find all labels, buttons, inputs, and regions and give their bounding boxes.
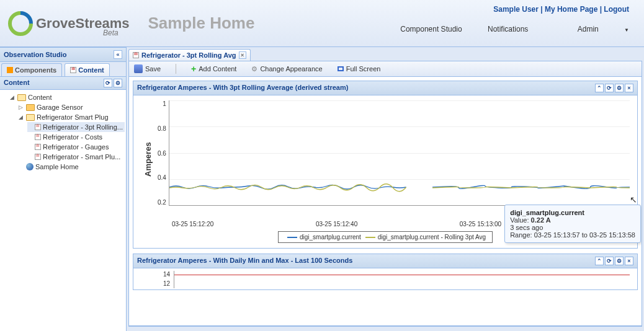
tree-item-costs[interactable]: Refrigerator - Costs <box>27 132 125 142</box>
tab-content[interactable]: Content <box>65 63 110 76</box>
dashboard-body: Refrigerator Amperes - With 3pt Rolling … <box>128 77 642 326</box>
collapse-sidebar-button[interactable]: « <box>114 50 122 59</box>
save-button[interactable]: Save <box>134 64 161 73</box>
tree-item-smartplug[interactable]: Refrigerator - Smart Plu... <box>27 152 125 162</box>
components-icon <box>7 67 13 73</box>
widget-amperes-minmax: Refrigerator Amperes - With Daily Min an… <box>133 254 638 290</box>
tree-settings-button[interactable]: ⚙ <box>114 79 122 87</box>
widget-close-button[interactable]: × <box>625 84 633 92</box>
chart-legend: digi_smartplug.current digi_smartplug.cu… <box>278 231 493 243</box>
menu-notifications[interactable]: Notifications <box>488 25 528 33</box>
folder-icon <box>26 114 35 121</box>
tab-components[interactable]: Components <box>1 63 62 76</box>
chart-icon <box>35 134 41 140</box>
user-link[interactable]: Sample User <box>493 5 539 14</box>
tooltip-range: Range: 03-25 15:13:57 to 03-25 15:13:58 <box>510 231 635 239</box>
page-title: Sample Home <box>148 14 254 33</box>
widget-close-button[interactable]: × <box>625 257 633 265</box>
cursor-icon: ↖ <box>630 195 637 205</box>
header-menu: Component Studio Notifications Admin ▼ <box>377 25 629 33</box>
menu-admin[interactable]: Admin ▼ <box>554 25 629 33</box>
chart-tooltip: digi_smartplug.current Value: 0.22 A 3 s… <box>504 205 641 243</box>
sidebar: Observation Studio « Components Content … <box>0 47 127 331</box>
widget-up-button[interactable]: ⌃ <box>595 84 604 92</box>
content-area: Refrigerator - 3pt Rolling Avg × Save +A… <box>127 47 644 331</box>
legend-swatch <box>365 237 375 238</box>
widget-amperes-rolling: Refrigerator Amperes - With 3pt Rolling … <box>133 81 638 249</box>
tree-root[interactable]: ◢Content <box>10 92 125 102</box>
fullscreen-button[interactable]: Full Screen <box>338 65 381 73</box>
close-tab-button[interactable]: × <box>239 51 246 59</box>
dashboard-tab[interactable]: Refrigerator - 3pt Rolling Avg × <box>128 49 251 61</box>
y-axis-label: Amperes <box>141 100 155 218</box>
tooltip-age: 3 secs ago <box>510 224 635 231</box>
content-tree: ◢Content ▷Garage Sensor ◢Refrigerator Sm… <box>0 90 126 331</box>
folder-icon <box>26 104 35 111</box>
widget-title: Refrigerator Amperes - With Daily Min an… <box>137 257 352 265</box>
sidebar-title-bar: Observation Studio « <box>0 47 126 62</box>
sidebar-title: Observation Studio <box>4 51 66 58</box>
chart-plot[interactable]: Amperes 1 0.8 0.6 0.4 0.2 <box>141 100 630 218</box>
change-appearance-button[interactable]: ⚙Change Appearance <box>251 65 322 73</box>
chart-icon <box>35 124 41 130</box>
globe-icon <box>26 163 34 170</box>
resize-handle[interactable] <box>128 326 642 329</box>
tooltip-title: digi_smartplug.current <box>510 209 635 216</box>
series-line-current <box>169 181 630 193</box>
tree-garage[interactable]: ▷Garage Sensor <box>19 102 125 112</box>
tree-item-gauges[interactable]: Refrigerator - Gauges <box>27 142 125 152</box>
refresh-button[interactable]: ⟳ <box>104 79 112 87</box>
logout-link[interactable]: Logout <box>604 5 629 14</box>
home-link[interactable]: My Home Page <box>545 5 597 14</box>
widget-title: Refrigerator Amperes - With 3pt Rolling … <box>137 84 348 92</box>
folder-icon <box>17 94 26 101</box>
plus-icon: + <box>191 65 196 73</box>
brand-logo: GroveStreams Beta <box>7 11 129 37</box>
save-icon <box>134 64 143 73</box>
header-user-links: Sample User | My Home Page | Logout <box>377 5 629 14</box>
app-header: GroveStreams Beta Sample Home Sample Use… <box>0 0 644 47</box>
logo-icon <box>7 11 34 37</box>
tree-fridge[interactable]: ◢Refrigerator Smart Plug <box>19 112 125 122</box>
chart-icon <box>133 52 139 58</box>
chevron-down-icon: ▼ <box>624 27 629 33</box>
fullscreen-icon <box>338 66 344 71</box>
chart-icon <box>35 154 41 160</box>
add-content-button[interactable]: +Add Content <box>191 65 236 73</box>
widget-gear-button[interactable]: ⚙ <box>615 257 624 265</box>
legend-swatch <box>287 237 297 238</box>
tree-title: Content <box>4 79 30 87</box>
widget-up-button[interactable]: ⌃ <box>595 257 604 265</box>
widget-refresh-button[interactable]: ⟳ <box>605 84 614 92</box>
menu-component-studio[interactable]: Component Studio <box>400 25 462 33</box>
beta-label: Beta <box>103 29 119 37</box>
tree-sample-home[interactable]: Sample Home <box>19 162 125 172</box>
series-line-max <box>174 275 630 275</box>
widget-refresh-button[interactable]: ⟳ <box>605 257 614 265</box>
widget-gear-button[interactable]: ⚙ <box>615 84 624 92</box>
chart-icon <box>35 144 41 150</box>
y-axis: 1 0.8 0.6 0.4 0.2 <box>155 100 169 206</box>
gear-icon: ⚙ <box>251 65 257 73</box>
tree-item-rolling[interactable]: Refrigerator - 3pt Rolling... <box>27 122 125 132</box>
brand-part1: Grove <box>36 15 76 31</box>
content-icon <box>70 67 76 73</box>
dashboard-toolbar: Save +Add Content ⚙Change Appearance Ful… <box>128 61 642 77</box>
